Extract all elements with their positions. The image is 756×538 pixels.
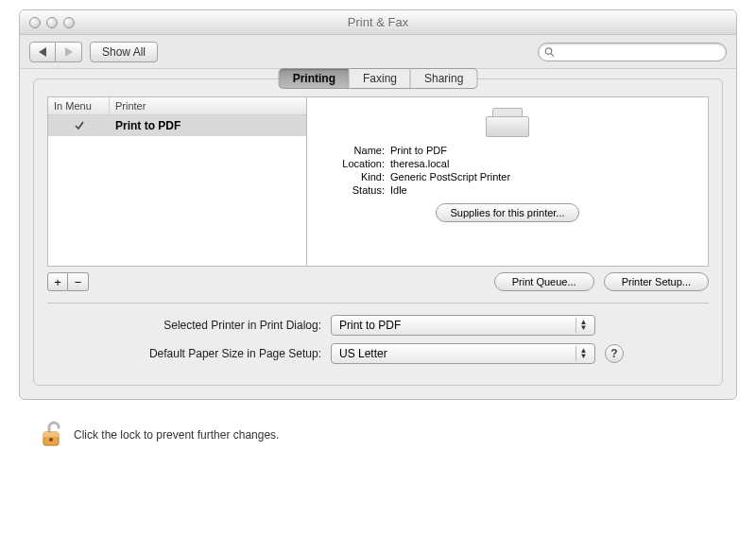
search-icon xyxy=(544,46,555,58)
add-remove-group: + − xyxy=(47,272,89,291)
col-printer[interactable]: Printer xyxy=(110,97,306,114)
default-paper-popup[interactable]: US Letter ▲▼ xyxy=(331,343,595,364)
svg-marker-0 xyxy=(39,47,46,57)
label-kind: Kind: xyxy=(322,171,390,182)
lock-row: Click the lock to prevent further change… xyxy=(42,421,737,449)
back-button[interactable] xyxy=(29,42,56,62)
svg-point-6 xyxy=(49,438,53,442)
main-panel: In Menu Printer Print to PDF xyxy=(47,96,709,267)
printer-row-name: Print to PDF xyxy=(110,119,306,132)
title-bar: Print & Fax xyxy=(20,10,736,35)
printer-info: Name:Print to PDF Location:theresa.local… xyxy=(307,96,709,267)
value-name: Print to PDF xyxy=(390,145,693,156)
remove-printer-button[interactable]: − xyxy=(68,272,89,291)
value-kind: Generic PostScript Printer xyxy=(390,171,693,182)
printer-setup-button[interactable]: Printer Setup... xyxy=(604,272,709,291)
nav-group xyxy=(29,42,82,62)
search-input[interactable] xyxy=(558,45,720,59)
forward-button[interactable] xyxy=(56,42,82,62)
triangle-left-icon xyxy=(39,47,46,57)
label-location: Location: xyxy=(322,158,390,169)
printer-list-header: In Menu Printer xyxy=(48,97,306,115)
printer-icon xyxy=(486,105,529,137)
svg-line-3 xyxy=(551,53,554,56)
show-all-button[interactable]: Show All xyxy=(90,42,158,62)
lock-text: Click the lock to prevent further change… xyxy=(74,428,279,442)
divider xyxy=(47,303,709,304)
content-area: Printing Faxing Sharing In Menu Printer … xyxy=(20,69,736,399)
window-title: Print & Fax xyxy=(20,15,736,29)
triangle-right-icon xyxy=(65,47,73,57)
checkmark-icon xyxy=(74,120,85,131)
tabs-panel: Printing Faxing Sharing In Menu Printer … xyxy=(33,78,723,386)
popup-arrows-icon: ▲▼ xyxy=(576,346,591,361)
svg-rect-5 xyxy=(43,432,59,437)
col-in-menu[interactable]: In Menu xyxy=(48,97,110,114)
selected-printer-row: Selected Printer in Print Dialog: Print … xyxy=(47,315,709,336)
selected-printer-value: Print to PDF xyxy=(339,319,401,332)
label-name: Name: xyxy=(322,145,390,156)
toolbar: Show All xyxy=(20,35,736,69)
default-paper-label: Default Paper Size in Page Setup: xyxy=(47,347,331,360)
tab-faxing[interactable]: Faxing xyxy=(350,68,411,89)
popup-arrows-icon: ▲▼ xyxy=(576,318,591,333)
tab-sharing[interactable]: Sharing xyxy=(411,68,477,89)
value-location: theresa.local xyxy=(390,158,693,169)
printer-list-row[interactable]: Print to PDF xyxy=(48,115,306,136)
in-menu-check[interactable] xyxy=(48,120,110,131)
svg-point-2 xyxy=(545,47,551,53)
add-printer-button[interactable]: + xyxy=(47,272,68,291)
tab-printing[interactable]: Printing xyxy=(279,68,350,89)
value-status: Idle xyxy=(390,184,693,196)
list-actions-row: + − Print Queue... Printer Setup... xyxy=(47,272,709,291)
selected-printer-label: Selected Printer in Print Dialog: xyxy=(47,319,331,332)
selected-printer-popup[interactable]: Print to PDF ▲▼ xyxy=(331,315,595,336)
supplies-button[interactable]: Supplies for this printer... xyxy=(436,203,578,222)
tab-bar: Printing Faxing Sharing xyxy=(279,68,478,89)
preferences-window: Print & Fax Show All Printing Faxing Sha… xyxy=(19,9,737,400)
unlock-icon[interactable] xyxy=(42,421,64,449)
search-field[interactable] xyxy=(538,43,727,61)
svg-marker-1 xyxy=(65,47,73,57)
help-button[interactable]: ? xyxy=(605,344,624,363)
print-queue-button[interactable]: Print Queue... xyxy=(494,272,594,291)
default-paper-value: US Letter xyxy=(339,347,387,360)
label-status: Status: xyxy=(322,184,390,196)
default-paper-row: Default Paper Size in Page Setup: US Let… xyxy=(47,343,709,364)
printer-list[interactable]: In Menu Printer Print to PDF xyxy=(47,96,307,267)
